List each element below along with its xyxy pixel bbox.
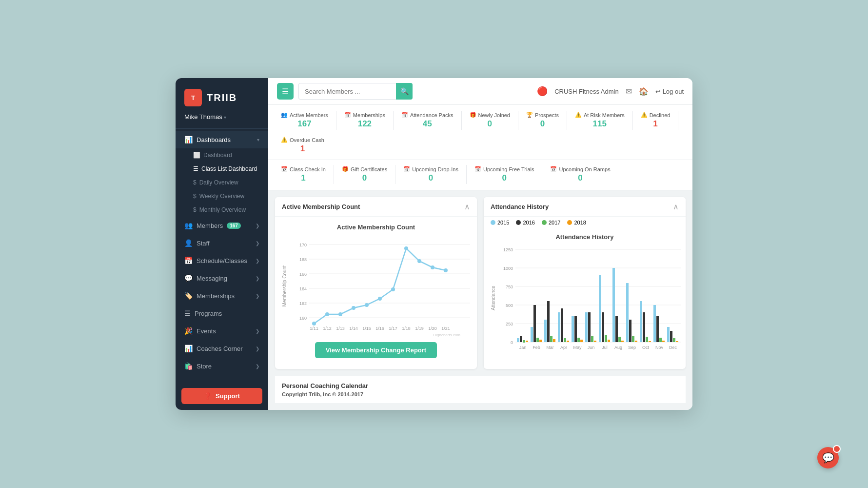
support-button[interactable]: ❓ Support [181,388,262,404]
stat-free-trials[interactable]: 📅 Upcoming Free Trials 0 [469,163,540,186]
attendance-y-label: Attendance [489,244,496,352]
sidebar-item-label: Coaches Corner [197,345,243,352]
sidebar-item-staff[interactable]: 👤 Staff ❯ [176,234,268,252]
checkin-icon: 📅 [281,166,288,172]
svg-text:Aug: Aug [614,345,622,350]
footer-title: Personal Coaching Calendar [282,382,368,389]
sidebar-item-store[interactable]: 🛍️ Store ❯ [176,357,268,375]
svg-point-32 [431,265,434,269]
search-area: 🔍 [298,83,425,100]
svg-rect-73 [605,335,607,342]
svg-rect-57 [550,336,552,342]
collapse-left-button[interactable]: ∧ [464,202,470,211]
svg-rect-66 [580,340,583,342]
mail-icon[interactable]: ✉ [626,87,632,96]
newly-joined-value: 0 [488,119,492,129]
programs-icon: ☰ [184,309,191,317]
svg-rect-50 [526,341,528,342]
legend-label-2015: 2015 [497,220,509,225]
stat-memberships[interactable]: 📅 Memberships 122 [338,109,391,132]
chart-title-left: Active Membership Count [282,203,360,210]
stat-gift-certs[interactable]: 🎁 Gift Certificates 0 [336,163,393,186]
menu-toggle-button[interactable]: ☰ [277,83,294,100]
company-name: Triib, Inc [309,391,331,397]
view-membership-report-button[interactable]: View Membership Change Report [315,342,437,358]
stat-active-members[interactable]: 👥 Active Members 167 [275,109,334,132]
svg-text:1000: 1000 [503,266,513,271]
chart-legend: 2015 2016 2017 2018 [484,217,686,226]
sidebar-sub-label: Daily Overview [199,179,238,186]
svg-rect-92 [670,331,672,342]
sidebar-sub-daily[interactable]: $ Daily Overview [176,176,268,189]
sidebar-item-dashboards[interactable]: 📊 Dashboards ▾ [176,131,268,148]
sidebar-item-messaging[interactable]: 💬 Messaging ❯ [176,269,268,287]
svg-rect-93 [673,338,675,342]
sidebar-item-schedule[interactable]: 📅 Schedule/Classes ❯ [176,252,268,269]
sidebar-sub-class-list[interactable]: ☰ Class List Dashboard [176,162,268,176]
svg-text:1250: 1250 [503,247,513,252]
sidebar-item-events[interactable]: 🎉 Events ❯ [176,322,268,340]
chart-header-right: Attendance History ∧ [484,197,686,217]
svg-rect-65 [577,338,580,342]
sidebar-sub-dashboard[interactable]: ⬜ Dashboard [176,148,268,162]
search-input[interactable] [298,83,396,100]
svg-rect-53 [536,338,539,342]
sidebar-item-coaches-corner[interactable]: 📊 Coaches Corner ❯ [176,340,268,357]
stat-newly-joined[interactable]: 🎁 Newly Joined 0 [464,109,516,132]
stat-declined[interactable]: ⚠️ Declined 1 [635,109,676,132]
sidebar-item-label: Programs [195,310,222,317]
stat-on-ramps[interactable]: 📅 Upcoming On Ramps 0 [544,163,616,186]
legend-dot-2015 [491,220,495,225]
stat-drop-ins[interactable]: 📅 Upcoming Drop-Ins 0 [397,163,464,186]
chat-icon: 💬 [822,452,834,464]
members-icon: 👥 [184,222,193,229]
stat-attendance-packs[interactable]: 📅 Attendance Packs 45 [395,109,459,132]
svg-rect-52 [533,305,536,342]
svg-rect-63 [572,316,574,342]
sidebar-item-members[interactable]: 👥 Members 167 ❯ [176,217,268,234]
svg-rect-55 [544,320,547,342]
logout-icon: ↩ [655,88,661,95]
user-menu[interactable]: Mike Thomas ▾ [176,110,268,128]
legend-2016: 2016 [516,220,534,225]
sidebar-item-label: Members [197,222,223,229]
search-button[interactable]: 🔍 [396,83,413,100]
collapse-right-button[interactable]: ∧ [673,202,679,211]
checkin-value: 1 [301,173,305,183]
svg-text:Jun: Jun [588,345,595,350]
bar-chart-svg: 1250 1000 750 500 250 0 [496,244,681,352]
active-members-icon: 👥 [281,112,288,118]
stat-overdue-cash[interactable]: ⚠️ Overdue Cash 1 [275,134,330,157]
onramps-value: 0 [578,173,582,183]
memberships-icon: 🏷️ [184,292,193,300]
stat-prospects[interactable]: 🏆 Prospects 0 [520,109,565,132]
svg-rect-89 [659,338,662,342]
stat-class-checkin[interactable]: 📅 Class Check In 1 [275,163,332,186]
svg-text:750: 750 [506,285,513,289]
gift-value: 0 [362,173,367,183]
svg-rect-79 [626,283,629,342]
svg-text:Oct: Oct [642,345,650,350]
active-members-value: 167 [297,119,311,129]
sidebar-item-memberships[interactable]: 🏷️ Memberships ❯ [176,287,268,305]
overdue-value: 1 [300,144,305,154]
chart-title-right: Attendance History [491,203,549,210]
y-axis-label: Membership Count [280,265,287,306]
logout-label: Log out [663,88,684,95]
view-btn-wrap: View Membership Change Report [280,337,472,365]
svg-rect-76 [615,316,618,342]
sidebar-item-programs[interactable]: ☰ Programs [176,305,268,322]
legend-label-2017: 2017 [549,220,560,225]
sidebar-sub-weekly[interactable]: $ Weekly Overview [176,189,268,203]
home-icon[interactable]: 🏠 [639,87,649,96]
sidebar-item-label: Memberships [197,292,235,300]
stat-at-risk[interactable]: ⚠️ At Risk Members 115 [569,109,631,132]
logout-button[interactable]: ↩ Log out [655,88,684,95]
svg-point-30 [404,246,408,250]
svg-rect-58 [553,339,555,342]
chat-fab-button[interactable]: 💬 [817,447,839,468]
svg-text:164: 164 [299,286,306,291]
sidebar-sub-monthly[interactable]: $ Monthly Overview [176,203,268,217]
legend-dot-2018 [567,220,572,225]
dropins-icon: 📅 [403,166,410,172]
